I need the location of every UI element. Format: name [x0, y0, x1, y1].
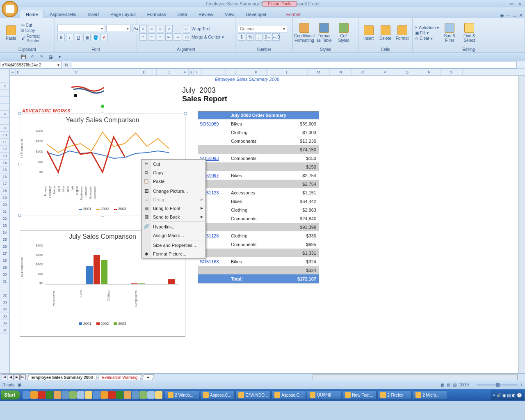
- close-icon[interactable]: ✕: [516, 1, 523, 7]
- sheet-tab-warning[interactable]: Evaluation Warning: [98, 374, 142, 380]
- align-right-button[interactable]: ≡: [157, 33, 164, 41]
- ql-icon[interactable]: [132, 391, 139, 399]
- ql-icon[interactable]: [139, 391, 147, 399]
- merge-center-button[interactable]: ▭Merge & Center▾: [183, 33, 224, 41]
- font-color-button[interactable]: A: [100, 34, 108, 41]
- fill-color-button[interactable]: 🪣: [92, 34, 99, 41]
- col-header[interactable]: J: [226, 69, 246, 75]
- col-header[interactable]: N: [330, 69, 352, 75]
- resize-handle-w[interactable]: [18, 163, 21, 166]
- row-header[interactable]: 10: [0, 132, 9, 139]
- find-select-button[interactable]: Find & Select: [460, 19, 478, 46]
- zoom-out-button[interactable]: −: [472, 383, 474, 387]
- maximize-icon[interactable]: ▭: [508, 1, 515, 7]
- row-header[interactable]: 13: [0, 153, 9, 160]
- zoom-slider[interactable]: [477, 384, 518, 386]
- ql-icon[interactable]: [38, 391, 46, 399]
- ql-icon[interactable]: [93, 391, 100, 399]
- view-layout-icon[interactable]: ▤: [447, 383, 450, 387]
- qat-save-button[interactable]: 💾: [20, 53, 27, 60]
- percent-button[interactable]: %: [247, 33, 254, 41]
- fill-button[interactable]: ▣ Fill ▾: [415, 31, 439, 35]
- indent-inc-button[interactable]: ⇥: [174, 33, 181, 41]
- rotate-handle[interactable]: [101, 105, 104, 108]
- menu-item[interactable]: 📋Paste: [142, 177, 205, 185]
- formula-bar[interactable]: [72, 61, 517, 68]
- minimize-icon[interactable]: ─: [500, 1, 507, 7]
- format-as-table-button[interactable]: Format as Table: [315, 19, 333, 46]
- resize-handle-s[interactable]: [101, 214, 104, 217]
- system-tray[interactable]: « 🔊 ▣ ▤ ◐ 🕐: [491, 390, 524, 400]
- underline-button[interactable]: U: [75, 34, 82, 41]
- dec-decimal-button[interactable]: ←.0: [272, 33, 280, 41]
- view-normal-icon[interactable]: ▦: [441, 383, 444, 387]
- align-top-button[interactable]: ≡: [139, 25, 147, 32]
- name-box[interactable]: x7f4d496937f8c24c 2▾: [0, 61, 62, 68]
- border-button[interactable]: ▦: [83, 34, 91, 41]
- col-header[interactable]: B: [16, 69, 21, 75]
- menu-item[interactable]: ▥Send to Back▶: [142, 212, 205, 221]
- ribbon-restore-icon[interactable]: ▭: [512, 13, 516, 18]
- qat-redo-button[interactable]: ↷: [38, 53, 45, 60]
- tab-developer[interactable]: Developer: [240, 10, 272, 18]
- row-header[interactable]: 33: [0, 299, 9, 306]
- sort-filter-button[interactable]: Sort & Filter: [441, 19, 459, 46]
- resize-handle-nw[interactable]: [18, 112, 21, 115]
- sheet-tab-active[interactable]: Employee Sales Summary 2008: [27, 374, 97, 380]
- taskbar-button[interactable]: 2 Firefox: [377, 390, 412, 399]
- col-header[interactable]: D: [132, 69, 157, 75]
- help-icon[interactable]: ◉: [500, 13, 504, 18]
- number-format-combo[interactable]: General▾: [238, 25, 287, 32]
- tab-formulas[interactable]: Formulas: [142, 10, 172, 18]
- macro-record-icon[interactable]: ▣: [18, 383, 21, 387]
- row-header[interactable]: [0, 104, 9, 111]
- zoom-in-button[interactable]: +: [520, 383, 523, 387]
- align-left-button[interactable]: ≡: [139, 33, 147, 41]
- taskbar-button[interactable]: 2 Micro...: [413, 390, 447, 399]
- row-header[interactable]: 12: [0, 146, 9, 153]
- tab-aspose[interactable]: Aspose.Cells: [44, 10, 82, 18]
- tab-review[interactable]: Review: [193, 10, 219, 18]
- row-header[interactable]: 14: [0, 160, 9, 167]
- col-header[interactable]: M: [308, 69, 330, 75]
- row-header[interactable]: 15: [0, 167, 9, 173]
- order-link[interactable]: SO51163: [198, 259, 231, 264]
- tab-pagelayout[interactable]: Page Layout: [105, 10, 142, 18]
- row-header[interactable]: 25: [0, 236, 9, 243]
- qat-undo-button[interactable]: ↶: [29, 53, 36, 60]
- cut-button[interactable]: ✂Cut: [21, 23, 52, 27]
- col-header[interactable]: H: [194, 69, 201, 75]
- align-bottom-button[interactable]: ≡: [157, 25, 164, 32]
- ql-icon[interactable]: [108, 391, 116, 399]
- delete-cells-button[interactable]: Delete: [378, 19, 393, 46]
- wrap-text-button[interactable]: ↩Wrap Text: [183, 25, 224, 32]
- tab-nav-prev[interactable]: ◀: [8, 374, 14, 380]
- row-header[interactable]: 22: [0, 215, 9, 222]
- clear-button[interactable]: ◇ Clear ▾: [415, 36, 439, 41]
- row-header[interactable]: [0, 76, 9, 83]
- ql-icon[interactable]: [77, 391, 84, 399]
- view-break-icon[interactable]: ▥: [453, 383, 457, 387]
- zoom-level[interactable]: 100%: [459, 383, 470, 387]
- font-name-combo[interactable]: ▾: [57, 25, 105, 32]
- row-header[interactable]: 29: [0, 264, 9, 271]
- ribbon-minimize-icon[interactable]: ─: [507, 13, 510, 18]
- col-header[interactable]: E: [157, 69, 181, 75]
- ql-icon[interactable]: [85, 391, 92, 399]
- taskbar-button[interactable]: QQ邮箱 - ...: [307, 390, 341, 399]
- col-header[interactable]: F: [181, 69, 189, 75]
- row-header[interactable]: 26: [0, 243, 9, 250]
- start-button[interactable]: Start: [1, 390, 20, 399]
- col-header[interactable]: L: [267, 69, 308, 75]
- tab-insert[interactable]: Insert: [82, 10, 105, 18]
- row-header[interactable]: 27: [0, 250, 9, 257]
- ql-icon[interactable]: [30, 391, 38, 399]
- italic-button[interactable]: I: [66, 34, 73, 41]
- ql-icon[interactable]: [69, 391, 77, 399]
- ql-icon[interactable]: [62, 391, 69, 399]
- row-header[interactable]: 37: [0, 327, 9, 334]
- row-header[interactable]: 19: [0, 194, 9, 201]
- row-header[interactable]: 28: [0, 257, 9, 264]
- order-link[interactable]: SO51089: [198, 121, 231, 126]
- ql-icon[interactable]: [100, 391, 108, 399]
